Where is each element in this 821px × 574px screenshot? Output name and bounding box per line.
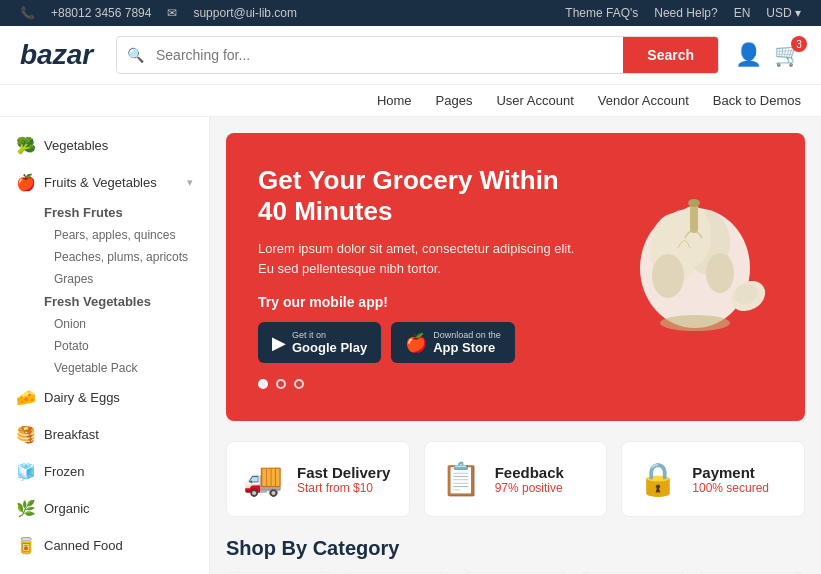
delivery-title: Fast Delivery — [297, 464, 390, 481]
header: bazar 🔍 Search 👤 🛒 3 — [0, 26, 821, 85]
sidebar-label-organic: Organic — [44, 501, 90, 516]
lang-selector[interactable]: EN — [734, 6, 751, 20]
user-icon[interactable]: 👤 — [735, 42, 762, 68]
sidebar-item-coffee-snacks[interactable]: ☕ Coffee & Snacks — [0, 564, 209, 574]
top-bar-right: Theme FAQ's Need Help? EN USD ▾ — [565, 6, 801, 20]
sidebar-item-canned-food[interactable]: 🥫 Canned Food — [0, 527, 209, 564]
phone-icon: 📞 — [20, 6, 35, 20]
app-store-button[interactable]: 🍎 Download on the App Store — [391, 322, 515, 363]
app-store-icon: 🍎 — [405, 332, 427, 354]
nav-vendor-account[interactable]: Vendor Account — [598, 93, 689, 108]
main-layout: 🥦 Vegetables 🍎 Fruits & Vegetables ▾ Fre… — [0, 117, 821, 574]
dot-2[interactable] — [276, 379, 286, 389]
nav-pages[interactable]: Pages — [436, 93, 473, 108]
chevron-down-icon: ▾ — [187, 176, 193, 189]
hero-title: Get Your Grocery Within 40 Minutes — [258, 165, 578, 227]
sub-category-fresh-frutes: Fresh Frutes — [0, 201, 209, 224]
cart-icon-wrap[interactable]: 🛒 3 — [774, 42, 801, 68]
payment-icon: 🔒 — [638, 460, 678, 498]
feedback-icon: 📋 — [441, 460, 481, 498]
email-icon: ✉ — [167, 6, 177, 20]
hero-image — [585, 143, 785, 343]
email-address: support@ui-lib.com — [193, 6, 297, 20]
breakfast-icon: 🥞 — [16, 425, 36, 444]
sidebar-item-frozen[interactable]: 🧊 Frozen — [0, 453, 209, 490]
sidebar-label-frozen: Frozen — [44, 464, 84, 479]
google-play-label: Google Play — [292, 340, 367, 355]
garlic-svg — [590, 148, 780, 338]
dairy-icon: 🧀 — [16, 388, 36, 407]
carousel-dots — [258, 379, 578, 389]
svg-point-10 — [660, 315, 730, 331]
currency-selector[interactable]: USD ▾ — [766, 6, 801, 20]
content-area: Get Your Grocery Within 40 Minutes Lorem… — [210, 117, 821, 574]
hero-banner: Get Your Grocery Within 40 Minutes Lorem… — [226, 133, 805, 421]
fruits-icon: 🍎 — [16, 173, 36, 192]
sidebar: 🥦 Vegetables 🍎 Fruits & Vegetables ▾ Fre… — [0, 117, 210, 574]
sidebar-label-dairy: Dairy & Eggs — [44, 390, 120, 405]
hero-text: Get Your Grocery Within 40 Minutes Lorem… — [258, 165, 578, 389]
sidebar-item-fruits-vegetables[interactable]: 🍎 Fruits & Vegetables ▾ — [0, 164, 209, 201]
google-play-pre: Get it on — [292, 330, 367, 340]
feature-card-feedback: 📋 Feedback 97% positive — [424, 441, 608, 517]
sub-item-potato[interactable]: Potato — [0, 335, 209, 357]
feature-cards: 🚚 Fast Delivery Start from $10 📋 Feedbac… — [226, 441, 805, 517]
sub-item-peaches[interactable]: Peaches, plums, apricots — [0, 246, 209, 268]
hero-try-app: Try our mobile app! — [258, 294, 578, 310]
canned-food-icon: 🥫 — [16, 536, 36, 555]
feedback-title: Feedback — [495, 464, 564, 481]
sidebar-label-breakfast: Breakfast — [44, 427, 99, 442]
search-bar: 🔍 Search — [116, 36, 719, 74]
svg-rect-4 — [690, 203, 698, 233]
search-input[interactable] — [144, 37, 623, 73]
sub-item-grapes[interactable]: Grapes — [0, 268, 209, 290]
sub-item-onion[interactable]: Onion — [0, 313, 209, 335]
sidebar-item-dairy-eggs[interactable]: 🧀 Dairy & Eggs — [0, 379, 209, 416]
feedback-sub: 97% positive — [495, 481, 564, 495]
phone-number: +88012 3456 7894 — [51, 6, 151, 20]
sidebar-item-organic[interactable]: 🌿 Organic — [0, 490, 209, 527]
shop-section: Shop By Category — [226, 537, 805, 574]
sidebar-item-vegetables[interactable]: 🥦 Vegetables — [0, 127, 209, 164]
nav-user-account[interactable]: User Account — [496, 93, 573, 108]
hero-desc: Lorem ipsum dolor sit amet, consectetur … — [258, 239, 578, 278]
payment-title: Payment — [692, 464, 769, 481]
dot-1[interactable] — [258, 379, 268, 389]
help-link[interactable]: Need Help? — [654, 6, 717, 20]
svg-point-6 — [652, 254, 684, 298]
payment-sub: 100% secured — [692, 481, 769, 495]
nav-back-to-demos[interactable]: Back to Demos — [713, 93, 801, 108]
app-store-pre: Download on the — [433, 330, 501, 340]
delivery-sub: Start from $10 — [297, 481, 390, 495]
sidebar-label-vegetables: Vegetables — [44, 138, 108, 153]
cart-badge: 3 — [791, 36, 807, 52]
sidebar-label-canned: Canned Food — [44, 538, 123, 553]
sidebar-item-breakfast[interactable]: 🥞 Breakfast — [0, 416, 209, 453]
delivery-icon: 🚚 — [243, 460, 283, 498]
google-play-icon: ▶ — [272, 332, 286, 354]
frozen-icon: 🧊 — [16, 462, 36, 481]
top-bar-left: 📞 +88012 3456 7894 ✉ support@ui-lib.com — [20, 6, 297, 20]
nav-bar: Home Pages User Account Vendor Account B… — [0, 85, 821, 117]
google-play-button[interactable]: ▶ Get it on Google Play — [258, 322, 381, 363]
dot-3[interactable] — [294, 379, 304, 389]
header-icons: 👤 🛒 3 — [735, 42, 801, 68]
search-button[interactable]: Search — [623, 37, 718, 73]
search-icon: 🔍 — [117, 47, 144, 63]
feature-card-delivery: 🚚 Fast Delivery Start from $10 — [226, 441, 410, 517]
sub-category-fresh-vegetables: Fresh Vegetables — [0, 290, 209, 313]
sub-item-vegetable-pack[interactable]: Vegetable Pack — [0, 357, 209, 379]
shop-section-title: Shop By Category — [226, 537, 805, 560]
logo[interactable]: bazar — [20, 39, 100, 71]
faq-link[interactable]: Theme FAQ's — [565, 6, 638, 20]
organic-icon: 🌿 — [16, 499, 36, 518]
top-bar: 📞 +88012 3456 7894 ✉ support@ui-lib.com … — [0, 0, 821, 26]
feature-card-payment: 🔒 Payment 100% secured — [621, 441, 805, 517]
vegetables-icon: 🥦 — [16, 136, 36, 155]
app-store-label: App Store — [433, 340, 501, 355]
svg-point-7 — [706, 253, 734, 293]
sidebar-label-fruits: Fruits & Vegetables — [44, 175, 157, 190]
nav-home[interactable]: Home — [377, 93, 412, 108]
sub-item-pears[interactable]: Pears, apples, quinces — [0, 224, 209, 246]
svg-point-5 — [688, 199, 700, 207]
